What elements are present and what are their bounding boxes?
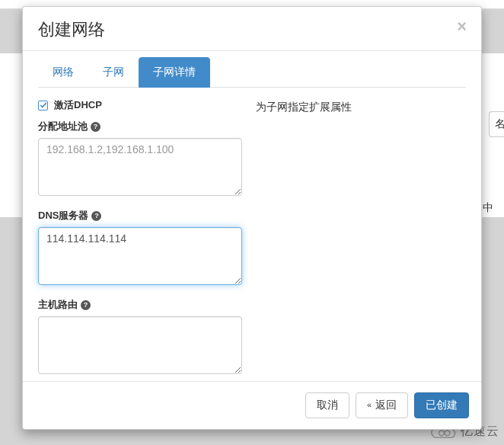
svg-point-0 [439, 431, 445, 436]
svg-point-1 [445, 431, 450, 436]
dns-servers-group: DNS服务器 ? 114.114.114.114 [38, 209, 242, 287]
button-label: 取消 [317, 398, 338, 413]
bg-button-fragment-label: 名 [495, 117, 504, 131]
label-text: 主机路由 [38, 298, 78, 312]
close-button[interactable]: × [454, 18, 470, 35]
cancel-button[interactable]: 取消 [305, 392, 349, 418]
allocation-pools-label: 分配地址池 ? [38, 120, 242, 133]
tab-label: 网络 [38, 57, 88, 88]
allocation-pools-group: 分配地址池 ? [38, 120, 242, 198]
button-label: 已创建 [426, 398, 458, 413]
modal-title: 创建网络 [38, 18, 105, 41]
bg-text-fragment: 中 [483, 200, 504, 215]
button-label: 返回 [375, 398, 397, 413]
description-text: 为子网指定扩展属性 [256, 101, 352, 113]
enable-dhcp-row: 激活DHCP [38, 98, 242, 112]
check-icon [40, 101, 47, 109]
modal-body: 网络 子网 子网详情 激活DHCP 分配地址池 ? [23, 51, 481, 381]
submit-button[interactable]: 已创建 [414, 392, 469, 418]
help-icon[interactable]: ? [81, 300, 91, 310]
close-icon: × [457, 17, 467, 36]
tab-network[interactable]: 网络 [38, 57, 88, 88]
tab-label: 子网详情 [139, 57, 210, 88]
tab-subnet-details[interactable]: 子网详情 [139, 57, 210, 88]
help-icon[interactable]: ? [91, 211, 101, 221]
create-network-modal: 创建网络 × 网络 子网 子网详情 激活DHCP 分配地址池 ? [22, 6, 482, 430]
back-button[interactable]: « 返回 [356, 392, 408, 418]
modal-footer: 取消 « 返回 已创建 [23, 381, 481, 429]
enable-dhcp-label: 激活DHCP [54, 98, 102, 112]
dns-servers-input[interactable]: 114.114.114.114 [38, 227, 242, 285]
tab-label: 子网 [88, 57, 139, 88]
host-routes-label: 主机路由 ? [38, 298, 242, 312]
enable-dhcp-checkbox[interactable] [38, 101, 48, 110]
wizard-tabs: 网络 子网 子网详情 [38, 57, 466, 88]
tab-subnet[interactable]: 子网 [88, 57, 139, 88]
host-routes-input[interactable] [38, 316, 242, 374]
chevron-left-icon: « [367, 399, 371, 411]
bg-button-fragment[interactable]: 名 [489, 111, 504, 137]
allocation-pools-input[interactable] [38, 138, 242, 196]
help-icon[interactable]: ? [91, 122, 100, 132]
host-routes-group: 主机路由 ? [38, 298, 242, 376]
label-text: DNS服务器 [38, 209, 88, 222]
dns-servers-label: DNS服务器 ? [38, 209, 242, 222]
label-text: 分配地址池 [38, 120, 88, 133]
form-column: 激活DHCP 分配地址池 ? DNS服务器 ? 114.114.114.114 [38, 98, 242, 381]
description-column: 为子网指定扩展属性 [242, 98, 466, 381]
modal-header: 创建网络 × [23, 7, 481, 51]
tab-pane-subnet-details: 激活DHCP 分配地址池 ? DNS服务器 ? 114.114.114.114 [38, 88, 466, 381]
